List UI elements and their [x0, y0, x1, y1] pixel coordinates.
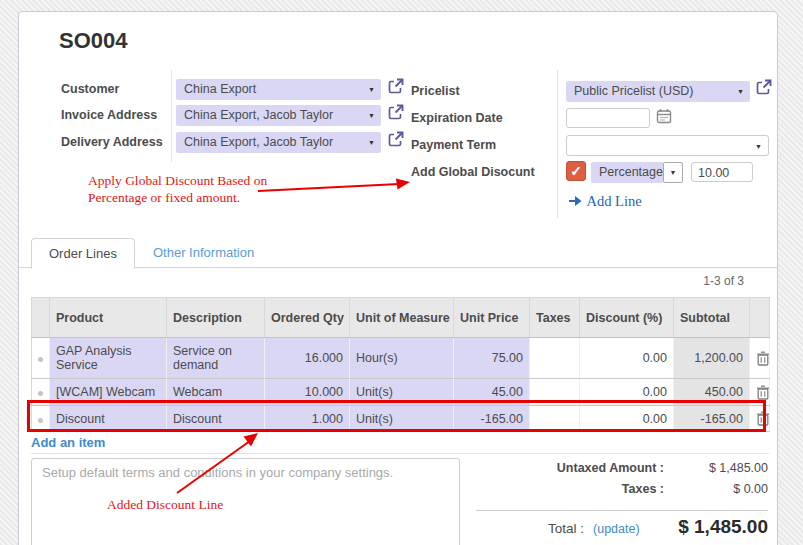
- chevron-down-icon: ▼: [368, 132, 375, 153]
- cell-unit-of-measure[interactable]: Hour(s): [350, 338, 454, 379]
- pager: 1-3 of 3: [703, 274, 744, 288]
- payment-term-select[interactable]: ▼: [566, 135, 769, 156]
- section-divider: [31, 453, 769, 454]
- cell-description[interactable]: Service on demand: [167, 338, 265, 379]
- customer-value: China Export: [184, 82, 256, 96]
- payment-term-label: Payment Term: [411, 138, 496, 152]
- pricelist-label: Pricelist: [411, 84, 460, 98]
- chevron-down-icon: ▼: [368, 79, 375, 100]
- untaxed-amount-label: Untaxed Amount :: [476, 461, 678, 475]
- notebook-tabbar: Order Lines Other Information: [19, 237, 777, 268]
- field-column-divider-left: [171, 70, 172, 162]
- external-link-icon[interactable]: [755, 79, 772, 96]
- invoice-address-label: Invoice Address: [61, 108, 157, 122]
- column-header-description[interactable]: Description: [167, 298, 265, 338]
- tab-other-information-label: Other Information: [153, 245, 254, 260]
- discount-rate-input[interactable]: 10.00: [691, 162, 753, 182]
- global-discount-checkbox[interactable]: ✓: [566, 161, 586, 181]
- annotation-global-discount-line1: Apply Global Discount Based on: [88, 172, 267, 189]
- untaxed-amount-value: $ 1,485.00: [678, 461, 768, 475]
- cell-unit-price[interactable]: 75.00: [454, 338, 530, 379]
- column-header-actions: [750, 298, 770, 338]
- customer-select[interactable]: China Export ▼: [176, 79, 381, 100]
- chevron-down-icon: ▼: [755, 136, 762, 157]
- totals-block: Untaxed Amount : $ 1,485.00 Taxes : $ 0.…: [476, 461, 768, 538]
- pricelist-select[interactable]: Public Pricelist (USD) ▼: [566, 81, 750, 102]
- external-link-icon[interactable]: [387, 131, 404, 148]
- customer-label: Customer: [61, 82, 119, 96]
- column-header-unit-of-measure[interactable]: Unit of Measure: [350, 298, 454, 338]
- column-header-subtotal[interactable]: Subtotal: [674, 298, 750, 338]
- column-header-discount[interactable]: Discount (%): [580, 298, 674, 338]
- annotation-added-discount-line: Added Discount Line: [107, 496, 223, 513]
- taxes-label: Taxes :: [476, 482, 678, 496]
- cell-product[interactable]: GAP Analysis Service: [50, 338, 167, 379]
- expiration-date-label: Expiration Date: [411, 111, 503, 125]
- annotation-rectangle-discount-row: [27, 400, 766, 432]
- column-header-handle: [32, 298, 50, 338]
- drag-handle-icon[interactable]: [32, 338, 50, 379]
- column-header-ordered-qty[interactable]: Ordered Qty: [265, 298, 350, 338]
- cell-discount[interactable]: 0.00: [580, 338, 674, 379]
- discount-type-dropdown-button[interactable]: ▼: [663, 162, 683, 183]
- invoice-address-value: China Export, Jacob Taylor: [184, 108, 333, 122]
- calendar-icon[interactable]: [656, 108, 672, 124]
- total-value: $ 1,485.00: [640, 516, 768, 538]
- column-header-product[interactable]: Product: [50, 298, 167, 338]
- tab-order-lines[interactable]: Order Lines: [31, 238, 135, 269]
- add-an-item-link[interactable]: Add an item: [31, 435, 105, 450]
- delete-row-button[interactable]: [750, 338, 770, 379]
- tab-order-lines-label: Order Lines: [49, 246, 117, 261]
- discount-rate-value: 10.00: [698, 166, 729, 180]
- field-column-divider-right: [557, 70, 558, 218]
- external-link-icon[interactable]: [387, 104, 404, 121]
- cell-taxes[interactable]: [530, 338, 580, 379]
- arrow-right-icon: [569, 195, 582, 207]
- global-discount-label: Add Global Disocunt: [411, 165, 535, 179]
- tab-other-information[interactable]: Other Information: [136, 238, 271, 268]
- table-header-row: Product Description Ordered Qty Unit of …: [32, 298, 770, 338]
- update-total-link[interactable]: (update): [593, 522, 640, 536]
- discount-type-select[interactable]: Percentage: [591, 162, 663, 183]
- annotation-global-discount: Apply Global Discount Based on Percentag…: [88, 172, 267, 206]
- table-row[interactable]: GAP Analysis Service Service on demand 1…: [32, 338, 770, 379]
- trash-icon: [756, 385, 770, 400]
- chevron-down-icon: ▼: [368, 105, 375, 126]
- column-header-taxes[interactable]: Taxes: [530, 298, 580, 338]
- totals-divider: [476, 510, 768, 511]
- pricelist-value: Public Pricelist (USD): [574, 84, 693, 98]
- delivery-address-value: China Export, Jacob Taylor: [184, 135, 333, 149]
- delivery-address-select[interactable]: China Export, Jacob Taylor ▼: [176, 132, 381, 153]
- column-header-unit-price[interactable]: Unit Price: [454, 298, 530, 338]
- add-line-button[interactable]: Add Line: [569, 192, 642, 210]
- external-link-icon[interactable]: [387, 78, 404, 95]
- annotation-global-discount-line2: Percentage or fixed amount.: [88, 189, 267, 206]
- expiration-date-input[interactable]: [566, 108, 650, 128]
- delivery-address-label: Delivery Address: [61, 135, 163, 149]
- invoice-address-select[interactable]: China Export, Jacob Taylor ▼: [176, 105, 381, 126]
- add-line-label: Add Line: [586, 193, 641, 209]
- page-title: SO004: [59, 28, 128, 54]
- chevron-down-icon: ▼: [737, 81, 744, 102]
- total-label: Total :: [548, 521, 584, 536]
- form-sheet: SO004 Customer China Export ▼ Invoice Ad…: [18, 11, 778, 545]
- terms-and-conditions-textarea[interactable]: [31, 458, 460, 545]
- discount-type-value: Percentage: [599, 165, 663, 179]
- trash-icon: [756, 351, 770, 366]
- cell-ordered-qty[interactable]: 16.000: [265, 338, 350, 379]
- cell-subtotal: 1,200.00: [674, 338, 750, 379]
- taxes-value: $ 0.00: [678, 482, 768, 496]
- page-background: { "form": { "title": "SO004", "left_fiel…: [0, 0, 803, 545]
